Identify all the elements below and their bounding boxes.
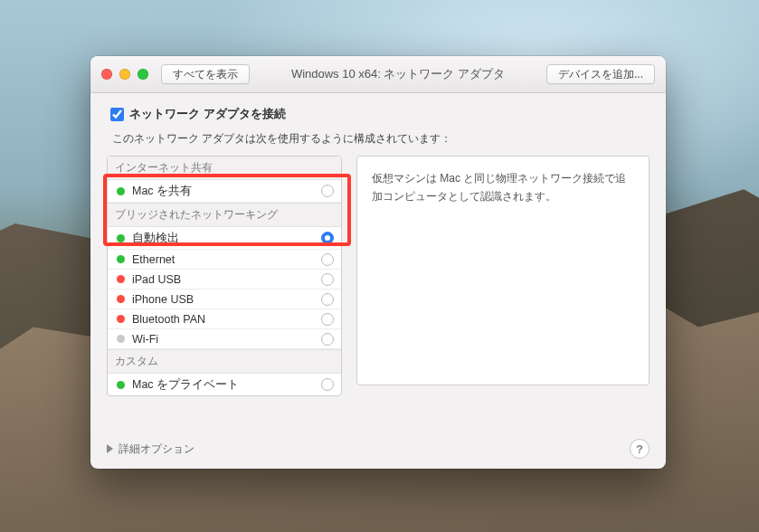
adapter-row-label: iPhone USB [132,293,314,306]
adapter-row[interactable]: Mac をプライベート [108,374,341,395]
adapter-listbox[interactable]: インターネット共有Mac を共有ブリッジされたネットワーキング自動検出Ether… [107,156,342,396]
window-traffic-lights [101,69,148,80]
info-column: 仮想マシンは Mac と同じ物理ネットワーク接続で追加コンピュータとして認識され… [356,156,650,426]
adapter-row-radio[interactable] [321,313,334,326]
settings-window: すべてを表示 Windows 10 x64: ネットワーク アダプタ デバイスを… [90,56,666,469]
zoom-icon[interactable] [138,69,148,80]
close-icon[interactable] [101,69,112,80]
status-dot-icon [117,234,125,242]
connect-adapter-checkbox-input[interactable] [110,108,124,121]
adapter-row-label: Wi-Fi [132,333,314,346]
adapter-row-radio[interactable] [321,333,334,346]
disclosure-triangle-icon [107,444,113,453]
group-header: インターネット共有 [108,157,341,180]
minimize-icon[interactable] [119,69,130,80]
advanced-options-label: 詳細オプション [119,442,194,457]
status-dot-icon [117,275,125,283]
window-content: ネットワーク アダプタを接続 このネットワーク アダプタは次を使用するように構成… [90,93,666,469]
adapter-row[interactable]: Bluetooth PAN [108,309,341,329]
adapter-row[interactable]: Mac を共有 [108,180,341,203]
adapter-row-radio[interactable] [321,253,334,266]
adapter-row[interactable]: Wi-Fi [108,329,341,349]
columns: インターネット共有Mac を共有ブリッジされたネットワーキング自動検出Ether… [107,156,650,426]
adapter-row-label: Bluetooth PAN [132,313,314,326]
status-dot-icon [117,187,125,195]
adapter-row[interactable]: 自動検出 [108,227,341,250]
window-footer: 詳細オプション ? [107,426,650,459]
adapter-row-label: iPad USB [132,273,314,286]
adapter-description: このネットワーク アダプタは次を使用するように構成されています： [112,131,650,147]
status-dot-icon [117,381,125,389]
status-dot-icon [117,295,125,303]
window-title: Windows 10 x64: ネットワーク アダプタ [259,66,537,82]
status-dot-icon [117,255,125,263]
adapter-row[interactable]: Ethernet [108,250,341,270]
adapter-row-radio[interactable] [321,293,334,306]
advanced-options-toggle[interactable]: 詳細オプション [107,442,194,457]
connect-adapter-checkbox[interactable]: ネットワーク アダプタを接続 [110,106,650,122]
group-header: ブリッジされたネットワーキング [108,203,341,227]
adapter-row-radio[interactable] [321,273,334,286]
adapter-row-label: 自動検出 [132,231,314,246]
adapter-list-column: インターネット共有Mac を共有ブリッジされたネットワーキング自動検出Ether… [107,156,342,426]
status-dot-icon [117,335,125,343]
adapter-row-label: Ethernet [132,253,314,266]
desktop-background: すべてを表示 Windows 10 x64: ネットワーク アダプタ デバイスを… [0,0,759,532]
adapter-row[interactable]: iPad USB [108,270,341,290]
add-device-button[interactable]: デバイスを追加... [546,64,655,84]
adapter-row-radio[interactable] [321,378,334,391]
adapter-row-label: Mac をプライベート [132,377,314,393]
adapter-row-radio[interactable] [321,232,334,244]
adapter-row-radio[interactable] [321,185,334,197]
connect-adapter-label: ネットワーク アダプタを接続 [129,106,286,122]
group-header: カスタム [108,349,341,374]
status-dot-icon [117,315,125,323]
adapter-row-label: Mac を共有 [132,184,314,199]
window-titlebar: すべてを表示 Windows 10 x64: ネットワーク アダプタ デバイスを… [90,56,666,93]
help-button[interactable]: ? [630,439,650,459]
show-all-button[interactable]: すべてを表示 [161,64,250,84]
adapter-row[interactable]: iPhone USB [108,290,341,309]
info-panel: 仮想マシンは Mac と同じ物理ネットワーク接続で追加コンピュータとして認識され… [356,156,650,385]
